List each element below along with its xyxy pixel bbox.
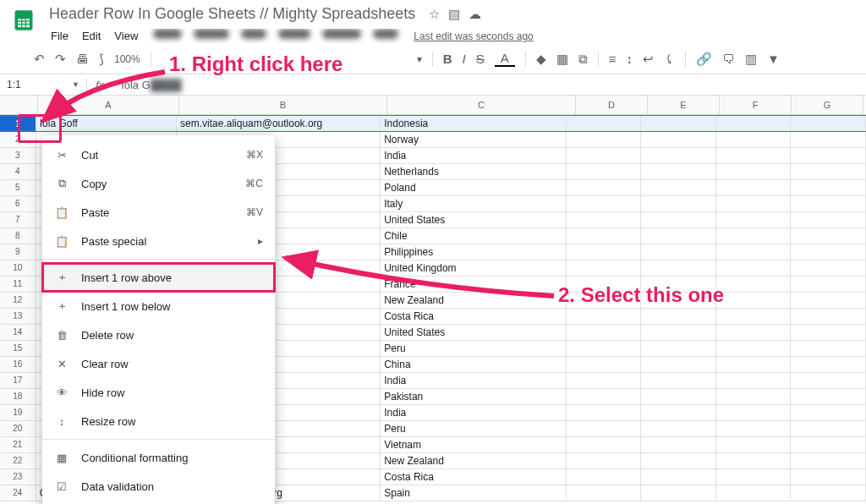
cell[interactable] [641, 357, 716, 372]
move-icon[interactable]: ▤ [448, 7, 460, 22]
ctx-paste-special[interactable]: 📋Paste special▸ [42, 227, 275, 255]
cell[interactable]: New Zealand [381, 293, 566, 308]
ctx-clear-row[interactable]: ✕Clear row [42, 349, 275, 378]
row-header[interactable]: 13 [0, 309, 36, 324]
cell[interactable] [641, 116, 716, 131]
rotate-button[interactable]: ⤹ [664, 52, 675, 67]
row-header[interactable]: 14 [0, 325, 36, 340]
ctx-data-validation[interactable]: ☑Data validation [42, 472, 275, 501]
cell[interactable] [641, 421, 716, 436]
cell[interactable] [716, 260, 792, 276]
cell[interactable]: Iola Goff [36, 116, 177, 131]
cell[interactable] [716, 164, 792, 179]
cell[interactable] [567, 228, 642, 244]
row-header[interactable]: 23 [0, 469, 36, 485]
cell[interactable] [791, 244, 866, 260]
cell[interactable] [567, 164, 642, 179]
cell[interactable] [567, 373, 642, 388]
h-align-button[interactable]: ≡ [609, 52, 617, 66]
cell[interactable] [716, 453, 792, 468]
cell[interactable] [791, 405, 866, 420]
cell[interactable] [791, 325, 866, 340]
cell[interactable] [641, 485, 716, 501]
cell[interactable] [791, 437, 866, 452]
cell[interactable] [716, 469, 792, 485]
col-header-c[interactable]: C [387, 96, 576, 114]
cell[interactable] [791, 180, 866, 195]
cell[interactable] [716, 389, 792, 404]
cell[interactable] [716, 277, 792, 292]
cell[interactable]: Italy [381, 196, 566, 211]
ctx-copy[interactable]: ⧉Copy⌘C [42, 169, 275, 198]
cell[interactable] [567, 309, 642, 324]
cell[interactable] [791, 341, 866, 356]
cell[interactable] [716, 212, 792, 227]
cell[interactable]: India [381, 148, 566, 163]
cell[interactable]: France [381, 277, 566, 292]
cell[interactable] [641, 244, 716, 260]
cell[interactable]: Poland [381, 180, 566, 195]
cell[interactable] [567, 132, 642, 147]
redo-button[interactable]: ↷ [55, 52, 66, 67]
cell[interactable] [716, 228, 792, 244]
cell[interactable] [567, 405, 642, 420]
ctx-delete-row[interactable]: 🗑Delete row [42, 320, 275, 349]
undo-button[interactable]: ↶ [34, 52, 45, 67]
row-header[interactable]: 7 [0, 212, 36, 227]
cell[interactable]: Philippines [381, 244, 566, 260]
row-header[interactable]: 4 [0, 164, 36, 179]
cell[interactable] [791, 212, 866, 227]
cell[interactable]: Peru [381, 341, 566, 356]
link-button[interactable]: 🔗 [696, 52, 712, 67]
cell[interactable] [716, 180, 792, 195]
menu-edit[interactable]: Edit [77, 26, 106, 46]
cell[interactable] [567, 341, 642, 356]
cell[interactable]: Costa Rica [381, 469, 566, 485]
cell[interactable] [567, 485, 642, 501]
ctx-cut[interactable]: ✂Cut⌘X [42, 140, 275, 169]
row-header[interactable]: 19 [0, 405, 36, 420]
row-header[interactable]: 21 [0, 437, 36, 452]
row-header[interactable]: 16 [0, 357, 36, 372]
cell[interactable] [716, 357, 792, 372]
cell[interactable]: Norway [381, 132, 566, 147]
comment-button[interactable]: 🗨 [722, 52, 735, 66]
chart-button[interactable]: ▥ [745, 52, 757, 67]
cell[interactable] [791, 196, 866, 211]
cloud-icon[interactable]: ☁ [469, 7, 481, 22]
row-header[interactable]: 15 [0, 341, 36, 356]
cell[interactable] [791, 309, 866, 324]
cell[interactable] [567, 212, 642, 227]
cell[interactable] [716, 373, 792, 388]
col-header-f[interactable]: F [720, 96, 792, 114]
text-color-button[interactable]: A [495, 51, 515, 67]
menu-view[interactable]: View [109, 26, 143, 46]
cell[interactable]: Pakistan [381, 389, 566, 404]
cell[interactable] [716, 244, 792, 260]
cell[interactable]: United States [381, 325, 566, 340]
cell[interactable] [567, 148, 642, 163]
cell[interactable] [791, 164, 866, 179]
last-edit-link[interactable]: Last edit was seconds ago [414, 30, 533, 42]
row-header[interactable]: 6 [0, 196, 36, 211]
cell[interactable] [791, 228, 866, 244]
row-header[interactable]: 11 [0, 277, 36, 292]
cell[interactable] [641, 180, 716, 195]
font-dropdown-icon[interactable]: ▾ [417, 53, 422, 65]
cell[interactable] [791, 421, 866, 436]
cell[interactable]: Vietnam [381, 437, 566, 452]
star-icon[interactable]: ☆ [429, 7, 440, 22]
col-header-a[interactable]: A [38, 96, 179, 114]
cell[interactable] [791, 148, 866, 163]
row-header[interactable]: 2 [0, 132, 36, 147]
paint-format-button[interactable]: ⟆ [99, 52, 104, 67]
cell[interactable]: Peru [381, 421, 566, 436]
cell[interactable] [716, 421, 792, 436]
cell[interactable] [641, 325, 716, 340]
cell[interactable] [716, 341, 792, 356]
cell[interactable] [791, 453, 866, 468]
cell[interactable] [567, 389, 642, 404]
cell[interactable] [791, 132, 866, 147]
cell[interactable]: United States [381, 212, 566, 227]
cell[interactable] [567, 260, 642, 276]
